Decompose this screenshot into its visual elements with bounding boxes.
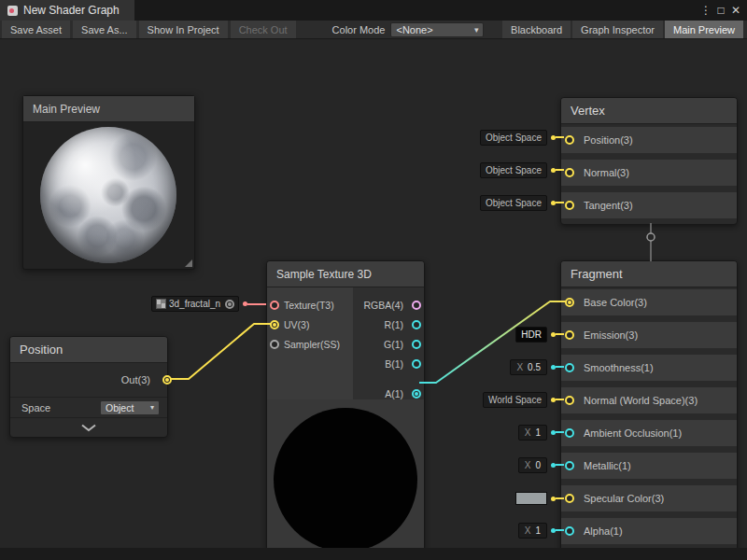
edge-position-to-uv[interactable] xyxy=(170,324,272,379)
color-mode-value: <None> xyxy=(396,24,432,35)
blackboard-button[interactable]: Blackboard xyxy=(502,21,571,38)
window-controls: ⋮ □ ✕ xyxy=(698,0,747,21)
color-mode-label: Color Mode xyxy=(332,24,386,35)
close-icon[interactable]: ✕ xyxy=(728,0,743,21)
window-bottom-edge xyxy=(0,548,747,560)
edge-layer xyxy=(0,39,747,560)
block-connector-dot xyxy=(647,233,655,241)
show-in-project-button[interactable]: Show In Project xyxy=(139,21,228,38)
color-mode-dropdown[interactable]: <None> ▾ xyxy=(390,22,484,37)
main-preview-button[interactable]: Main Preview xyxy=(665,21,743,38)
tab-new-shader-graph[interactable]: New Shader Graph xyxy=(0,0,134,21)
tab-title: New Shader Graph xyxy=(23,4,120,17)
graph-canvas[interactable]: Main Preview Position Out(3) Space Objec… xyxy=(0,39,747,560)
check-out-button[interactable]: Check Out xyxy=(231,21,296,38)
edge-a-to-base-color[interactable] xyxy=(419,301,567,383)
shader-graph-window: New Shader Graph ⋮ □ ✕ Save Asset Save A… xyxy=(0,0,747,560)
tab-bar: New Shader Graph ⋮ □ ✕ xyxy=(0,0,747,21)
color-mode-group: Color Mode <None> ▾ xyxy=(332,21,485,38)
maximize-icon[interactable]: □ xyxy=(713,0,728,21)
toolbar-right-group: Blackboard Graph Inspector Main Preview xyxy=(502,21,745,38)
graph-toolbar: Save Asset Save As... Show In Project Ch… xyxy=(0,21,747,39)
save-as-button[interactable]: Save As... xyxy=(73,21,136,38)
save-asset-button[interactable]: Save Asset xyxy=(2,21,70,38)
shader-graph-icon xyxy=(7,6,18,16)
chevron-down-icon: ▾ xyxy=(474,25,479,35)
graph-inspector-button[interactable]: Graph Inspector xyxy=(572,21,663,38)
kebab-menu-icon[interactable]: ⋮ xyxy=(698,0,713,21)
